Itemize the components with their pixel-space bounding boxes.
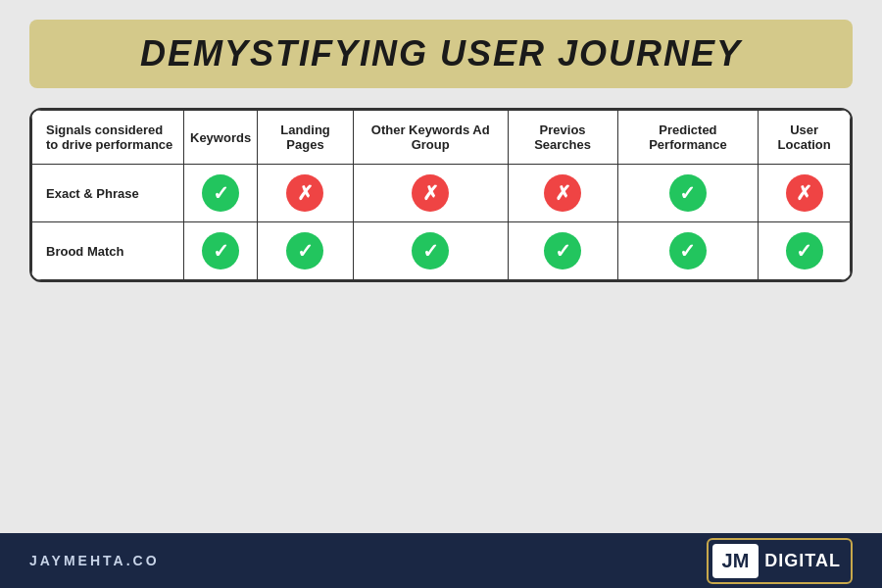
cell-r1-c2: ✓ <box>353 222 508 280</box>
col-header-previos: Previos Searches <box>508 111 617 165</box>
col-header-location: User Location <box>759 111 851 165</box>
check-icon: ✓ <box>286 232 323 270</box>
col-header-other-keywords: Other Keywords Ad Group <box>353 111 508 165</box>
cell-r1-c5: ✓ <box>759 222 851 280</box>
col-header-landing: Landing Pages <box>258 111 354 165</box>
cell-r1-c4: ✓ <box>617 222 759 280</box>
cell-r0-c5: ✗ <box>759 165 851 222</box>
footer: JAYMEHTA.CO JM DIGITAL <box>0 533 882 588</box>
brand-jm: JM <box>712 544 760 578</box>
col-header-keywords: Keywords <box>184 111 258 165</box>
col-header-signals: Signals considered to drive performance <box>32 111 184 165</box>
cross-icon: ✗ <box>412 174 449 212</box>
cross-icon: ✗ <box>286 174 323 212</box>
col-header-predicted: Predicted Performance <box>617 111 759 165</box>
cell-r1-c1: ✓ <box>258 222 354 280</box>
cell-r1-c3: ✓ <box>508 222 617 280</box>
check-icon: ✓ <box>786 232 823 270</box>
comparison-table-container: Signals considered to drive performance … <box>29 108 853 282</box>
check-icon: ✓ <box>412 232 449 270</box>
cell-r1-c0: ✓ <box>184 222 258 280</box>
comparison-table: Signals considered to drive performance … <box>31 110 851 280</box>
row-label-0: Exact & Phrase <box>32 165 184 222</box>
cell-r0-c0: ✓ <box>184 165 258 222</box>
cross-icon: ✗ <box>544 174 581 212</box>
table-header-row: Signals considered to drive performance … <box>32 111 851 165</box>
brand-digital: DIGITAL <box>764 551 841 571</box>
main-content: DEMYSTIFYING USER JOURNEY Signals consid… <box>0 0 882 533</box>
row-label-1: Brood Match <box>32 222 184 280</box>
check-icon: ✓ <box>669 174 707 212</box>
page-title: DEMYSTIFYING USER JOURNEY <box>140 33 742 74</box>
check-icon: ✓ <box>202 174 239 212</box>
check-icon: ✓ <box>544 232 581 270</box>
brand-logo: JM DIGITAL <box>707 538 853 584</box>
title-banner: DEMYSTIFYING USER JOURNEY <box>29 20 853 88</box>
cell-r0-c1: ✗ <box>258 165 354 222</box>
check-icon: ✓ <box>669 232 707 270</box>
footer-website: JAYMEHTA.CO <box>29 553 160 568</box>
cross-icon: ✗ <box>786 174 823 212</box>
cell-r0-c4: ✓ <box>617 165 759 222</box>
table-row: Exact & Phrase✓✗✗✗✓✗ <box>32 165 851 222</box>
cell-r0-c2: ✗ <box>353 165 508 222</box>
table-row: Brood Match✓✓✓✓✓✓ <box>32 222 851 280</box>
cell-r0-c3: ✗ <box>508 165 617 222</box>
check-icon: ✓ <box>202 232 239 270</box>
